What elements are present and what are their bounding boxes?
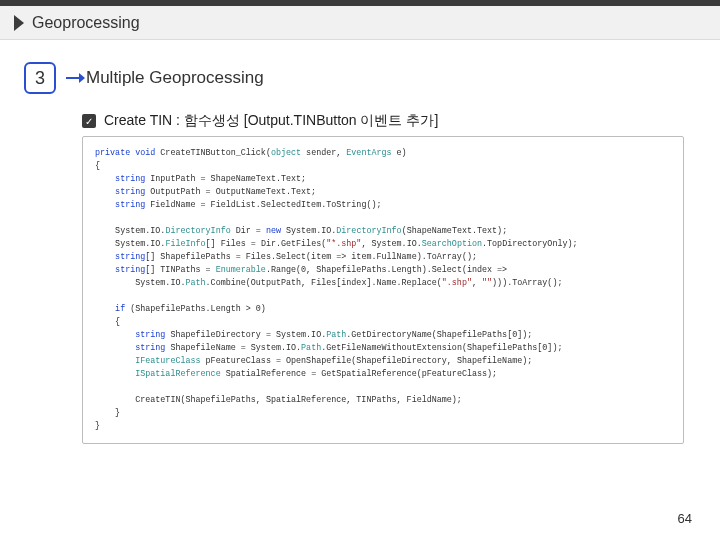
section-title: Multiple Geoprocessing [86,68,264,88]
check-icon: ✓ [82,114,96,128]
page-title: Geoprocessing [32,14,140,32]
title-arrow-icon [14,15,24,31]
slide-content: 3 Multiple Geoprocessing ✓ Create TIN : … [0,40,720,444]
page-number: 64 [678,511,692,526]
slide-title-bar: Geoprocessing [0,6,720,40]
code-block: private void CreateTINButton_Click(objec… [82,136,684,444]
section-number-badge: 3 [24,62,56,94]
subtitle-row: ✓ Create TIN : 함수생성 [Output.TINButton 이벤… [24,112,684,130]
connector-arrow-icon [66,77,80,79]
code-text: private void CreateTINButton_Click(objec… [95,147,671,433]
subtitle-text: Create TIN : 함수생성 [Output.TINButton 이벤트 … [104,112,438,130]
section-heading-row: 3 Multiple Geoprocessing [24,62,684,94]
